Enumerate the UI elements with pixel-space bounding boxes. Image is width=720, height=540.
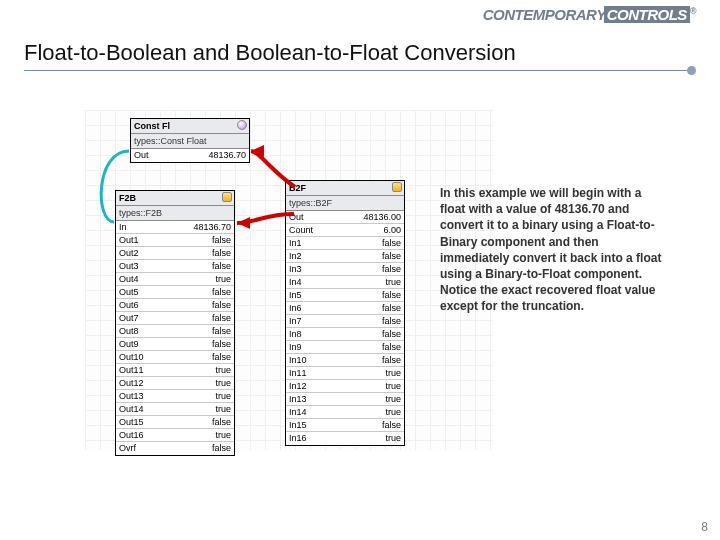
row-value: false — [212, 325, 231, 337]
row-key: Out5 — [119, 286, 139, 298]
data-row: Out6false — [116, 299, 234, 312]
data-row: In48136.70 — [116, 221, 234, 234]
row-value: false — [212, 286, 231, 298]
data-row: Out16true — [116, 429, 234, 442]
row-value: true — [385, 432, 401, 445]
row-key: In16 — [289, 432, 307, 445]
block-header: F2B — [116, 191, 234, 206]
block-b2f[interactable]: B2F types::B2F Out48136.00Count6.00In1fa… — [285, 180, 405, 446]
brand-right: CONTROLS — [604, 6, 690, 23]
block-f2b[interactable]: F2B types::F2B In48136.70Out1falseOut2fa… — [115, 190, 235, 456]
row-value: true — [385, 406, 401, 418]
row-key: In1 — [289, 237, 302, 249]
row-value: false — [382, 250, 401, 262]
row-value: 6.00 — [383, 224, 401, 236]
row-key: Out11 — [119, 364, 144, 376]
row-value: false — [212, 260, 231, 272]
row-key: In4 — [289, 276, 302, 288]
data-row: In1false — [286, 237, 404, 250]
row-value: true — [215, 403, 231, 415]
block-header: B2F — [286, 181, 404, 196]
row-key: In10 — [289, 354, 307, 366]
row-key: In — [119, 221, 127, 233]
row-key: In9 — [289, 341, 302, 353]
block-type: types::Const Float — [131, 134, 249, 149]
page-number: 8 — [701, 520, 708, 534]
description-text: In this example we will begin with a flo… — [440, 185, 670, 315]
row-key: Out12 — [119, 377, 144, 389]
block-rows: Out48136.70 — [131, 149, 249, 162]
row-value: false — [382, 289, 401, 301]
data-row: In5false — [286, 289, 404, 302]
data-row: Out15false — [116, 416, 234, 429]
data-row: Ovrffalse — [116, 442, 234, 455]
row-value: false — [382, 328, 401, 340]
row-key: In13 — [289, 393, 307, 405]
data-row: Out4true — [116, 273, 234, 286]
data-row: Out2false — [116, 247, 234, 260]
expand-icon[interactable] — [222, 192, 232, 202]
row-value: true — [385, 367, 401, 379]
block-const-float[interactable]: Const Fl types::Const Float Out48136.70 — [130, 118, 250, 163]
row-key: Out1 — [119, 234, 139, 246]
data-row: Count6.00 — [286, 224, 404, 237]
row-key: Out10 — [119, 351, 144, 363]
row-key: Out7 — [119, 312, 139, 324]
expand-icon[interactable] — [392, 182, 402, 192]
row-value: true — [215, 390, 231, 402]
data-row: Out3false — [116, 260, 234, 273]
data-row: Out12true — [116, 377, 234, 390]
row-value: false — [212, 416, 231, 428]
block-header-text: Const Fl — [134, 121, 170, 131]
row-value: 48136.70 — [208, 149, 246, 162]
block-type: types::F2B — [116, 206, 234, 221]
row-value: true — [385, 393, 401, 405]
row-key: Out — [289, 211, 304, 223]
row-value: false — [212, 338, 231, 350]
row-key: Out16 — [119, 429, 144, 441]
brand-left: CONTEMPORARY — [483, 6, 606, 23]
data-row: In4true — [286, 276, 404, 289]
data-row: Out11true — [116, 364, 234, 377]
data-row: Out14true — [116, 403, 234, 416]
row-value: true — [385, 276, 401, 288]
row-value: false — [382, 237, 401, 249]
svg-marker-0 — [251, 145, 264, 157]
row-value: false — [212, 247, 231, 259]
row-value: false — [382, 263, 401, 275]
row-key: In8 — [289, 328, 302, 340]
data-row: In16true — [286, 432, 404, 445]
data-row: In14true — [286, 406, 404, 419]
row-key: In6 — [289, 302, 302, 314]
row-value: false — [382, 354, 401, 366]
svg-marker-1 — [237, 217, 250, 229]
row-value: true — [215, 364, 231, 376]
row-key: Out8 — [119, 325, 139, 337]
data-row: In6false — [286, 302, 404, 315]
row-key: Out13 — [119, 390, 144, 402]
brand-reg: ® — [690, 6, 696, 16]
row-key: In5 — [289, 289, 302, 301]
data-row: Out8false — [116, 325, 234, 338]
data-row: In9false — [286, 341, 404, 354]
brand-logo: CONTEMPORARYCONTROLS® — [483, 6, 696, 23]
row-value: 48136.70 — [193, 221, 231, 233]
title-endpoint-dot — [687, 66, 696, 75]
row-key: Out14 — [119, 403, 144, 415]
data-row: In2false — [286, 250, 404, 263]
data-row: Out48136.70 — [131, 149, 249, 162]
row-key: Out4 — [119, 273, 139, 285]
data-row: Out13true — [116, 390, 234, 403]
row-key: In2 — [289, 250, 302, 262]
data-row: Out7false — [116, 312, 234, 325]
title-text: Float-to-Boolean and Boolean-to-Float Co… — [24, 40, 516, 65]
data-row: Out9false — [116, 338, 234, 351]
row-key: Out9 — [119, 338, 139, 350]
data-row: In3false — [286, 263, 404, 276]
data-row: Out10false — [116, 351, 234, 364]
row-key: Out3 — [119, 260, 139, 272]
row-key: Out — [134, 149, 149, 162]
row-value: false — [382, 419, 401, 431]
data-row: In7false — [286, 315, 404, 328]
row-value: false — [212, 442, 231, 455]
